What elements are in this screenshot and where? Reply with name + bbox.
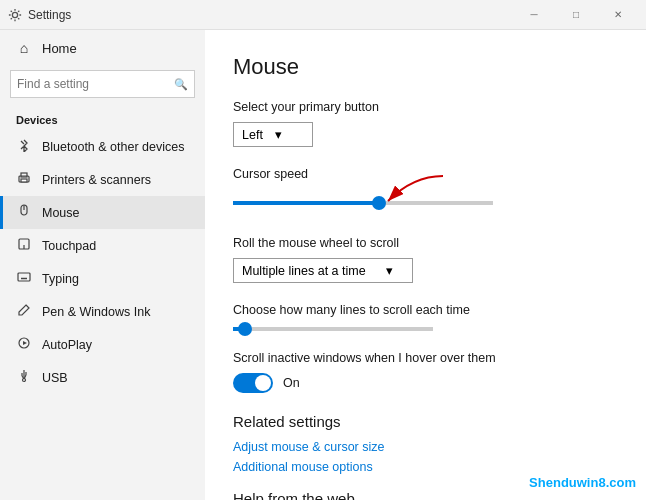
settings-icon — [8, 8, 22, 22]
pen-icon — [16, 303, 32, 320]
search-icon: 🔍 — [174, 78, 188, 91]
sidebar: ⌂ Home 🔍 Devices Bluetooth & other devic… — [0, 30, 205, 500]
sidebar-item-autoplay[interactable]: AutoPlay — [0, 328, 205, 361]
scroll-inactive-label: Scroll inactive windows when I hover ove… — [233, 351, 618, 365]
titlebar-controls: ─ □ ✕ — [514, 0, 638, 30]
cursor-speed-section: Cursor speed — [233, 167, 618, 216]
typing-icon — [16, 270, 32, 287]
toggle-state-label: On — [283, 376, 300, 390]
sidebar-item-pen[interactable]: Pen & Windows Ink — [0, 295, 205, 328]
sidebar-item-typing[interactable]: Typing — [0, 262, 205, 295]
sidebar-section-title: Devices — [0, 108, 205, 130]
scroll-setting-value: Multiple lines at a time — [242, 264, 366, 278]
usb-icon — [16, 369, 32, 386]
sidebar-item-usb[interactable]: USB — [0, 361, 205, 394]
related-settings-title: Related settings — [233, 413, 618, 430]
sidebar-item-typing-label: Typing — [42, 272, 79, 286]
svg-rect-3 — [21, 179, 27, 182]
cursor-speed-fill — [233, 201, 379, 205]
svg-point-0 — [12, 12, 17, 17]
scroll-inactive-section: Scroll inactive windows when I hover ove… — [233, 351, 618, 393]
related-link-mouse-options[interactable]: Additional mouse options — [233, 460, 618, 474]
scroll-setting-dropdown[interactable]: Multiple lines at a time ▾ — [233, 258, 413, 283]
primary-button-value: Left — [242, 128, 263, 142]
sidebar-item-usb-label: USB — [42, 371, 68, 385]
minimize-button[interactable]: ─ — [514, 0, 554, 30]
lines-scroll-track — [233, 327, 433, 331]
lines-scroll-label: Choose how many lines to scroll each tim… — [233, 303, 618, 317]
chevron-down-icon-scroll: ▾ — [386, 263, 393, 278]
sidebar-item-mouse-label: Mouse — [42, 206, 80, 220]
sidebar-item-pen-label: Pen & Windows Ink — [42, 305, 150, 319]
sidebar-item-printers-label: Printers & scanners — [42, 173, 151, 187]
titlebar-title: Settings — [28, 8, 71, 22]
bluetooth-icon — [16, 138, 32, 155]
sidebar-item-bluetooth-label: Bluetooth & other devices — [42, 140, 184, 154]
close-button[interactable]: ✕ — [598, 0, 638, 30]
cursor-speed-thumb[interactable] — [372, 196, 386, 210]
page-title: Mouse — [233, 54, 618, 80]
maximize-button[interactable]: □ — [556, 0, 596, 30]
printer-icon — [16, 171, 32, 188]
cursor-speed-track — [233, 201, 493, 205]
mouse-icon — [16, 204, 32, 221]
toggle-container: On — [233, 373, 618, 393]
home-icon: ⌂ — [16, 40, 32, 56]
sidebar-item-touchpad[interactable]: Touchpad — [0, 229, 205, 262]
cursor-speed-label: Cursor speed — [233, 167, 618, 181]
search-input[interactable] — [17, 77, 174, 91]
help-title: Help from the web — [233, 490, 618, 500]
lines-scroll-thumb[interactable] — [238, 322, 252, 336]
titlebar: Settings ─ □ ✕ — [0, 0, 646, 30]
primary-button-section: Select your primary button Left ▾ — [233, 100, 618, 147]
sidebar-item-bluetooth[interactable]: Bluetooth & other devices — [0, 130, 205, 163]
main-container: ⌂ Home 🔍 Devices Bluetooth & other devic… — [0, 30, 646, 500]
content-wrapper: Mouse Select your primary button Left ▾ … — [233, 54, 618, 500]
sidebar-item-printers[interactable]: Printers & scanners — [0, 163, 205, 196]
scroll-setting-label: Roll the mouse wheel to scroll — [233, 236, 618, 250]
lines-scroll-section: Choose how many lines to scroll each tim… — [233, 303, 618, 331]
svg-rect-8 — [18, 273, 30, 281]
chevron-down-icon: ▾ — [275, 127, 282, 142]
content-area: Mouse Select your primary button Left ▾ … — [205, 30, 646, 500]
touchpad-icon — [16, 237, 32, 254]
scroll-inactive-toggle[interactable] — [233, 373, 273, 393]
sidebar-item-touchpad-label: Touchpad — [42, 239, 96, 253]
scroll-setting-section: Roll the mouse wheel to scroll Multiple … — [233, 236, 618, 283]
sidebar-search[interactable]: 🔍 — [10, 70, 195, 98]
svg-marker-14 — [23, 341, 27, 345]
titlebar-left: Settings — [8, 8, 71, 22]
sidebar-item-home[interactable]: ⌂ Home — [0, 30, 205, 66]
related-link-cursor-size[interactable]: Adjust mouse & cursor size — [233, 440, 618, 454]
sidebar-home-label: Home — [42, 41, 77, 56]
toggle-knob — [255, 375, 271, 391]
help-section: Help from the web Troubleshooting my mou… — [233, 490, 618, 500]
primary-button-label: Select your primary button — [233, 100, 618, 114]
autoplay-icon — [16, 336, 32, 353]
sidebar-item-mouse[interactable]: Mouse — [0, 196, 205, 229]
primary-button-dropdown[interactable]: Left ▾ — [233, 122, 313, 147]
sidebar-item-autoplay-label: AutoPlay — [42, 338, 92, 352]
related-settings-section: Related settings Adjust mouse & cursor s… — [233, 413, 618, 474]
